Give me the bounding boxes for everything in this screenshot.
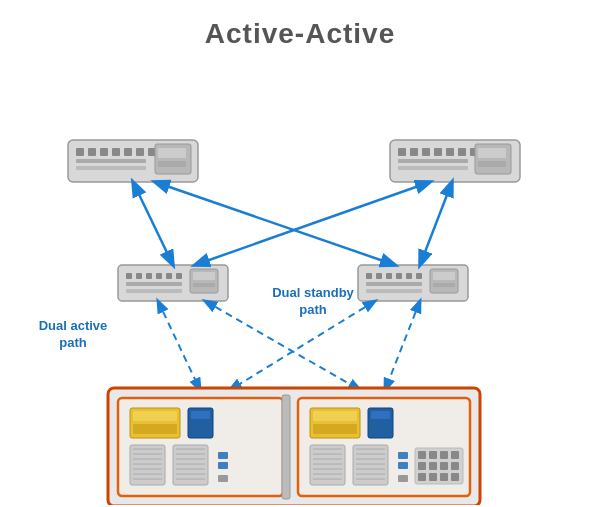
label-dual-standby: Dual standby path bbox=[268, 285, 358, 319]
svg-rect-25 bbox=[478, 161, 506, 167]
svg-rect-120 bbox=[451, 462, 459, 470]
svg-rect-89 bbox=[313, 411, 357, 421]
svg-line-56 bbox=[158, 301, 200, 390]
switch-top-left bbox=[68, 140, 198, 182]
label-dual-active: Dual active path bbox=[28, 318, 118, 352]
svg-rect-42 bbox=[376, 273, 382, 279]
switch-mid-left bbox=[118, 265, 228, 301]
svg-rect-15 bbox=[398, 148, 406, 156]
svg-rect-123 bbox=[440, 473, 448, 481]
svg-rect-83 bbox=[218, 452, 228, 459]
svg-rect-16 bbox=[410, 148, 418, 156]
svg-rect-51 bbox=[366, 289, 422, 293]
svg-rect-44 bbox=[396, 273, 402, 279]
svg-rect-115 bbox=[440, 451, 448, 459]
svg-rect-86 bbox=[282, 395, 290, 499]
svg-rect-36 bbox=[193, 272, 215, 280]
switch-top-right bbox=[390, 140, 520, 182]
svg-line-53 bbox=[155, 182, 395, 265]
svg-rect-18 bbox=[434, 148, 442, 156]
svg-rect-3 bbox=[100, 148, 108, 156]
svg-rect-92 bbox=[371, 411, 390, 419]
svg-rect-1 bbox=[76, 148, 84, 156]
svg-rect-118 bbox=[429, 462, 437, 470]
svg-line-59 bbox=[385, 301, 420, 390]
svg-rect-13 bbox=[76, 166, 146, 170]
svg-rect-90 bbox=[313, 424, 357, 434]
svg-rect-33 bbox=[166, 273, 172, 279]
diagram-area: Dual active path Dual standby path Activ… bbox=[0, 60, 600, 505]
svg-line-54 bbox=[195, 182, 430, 265]
svg-rect-45 bbox=[406, 273, 412, 279]
svg-rect-122 bbox=[429, 473, 437, 481]
svg-rect-17 bbox=[422, 148, 430, 156]
svg-rect-116 bbox=[451, 451, 459, 459]
svg-rect-38 bbox=[126, 282, 182, 286]
svg-rect-27 bbox=[398, 166, 468, 170]
svg-rect-113 bbox=[418, 451, 426, 459]
svg-rect-11 bbox=[158, 161, 186, 167]
svg-rect-31 bbox=[146, 273, 152, 279]
svg-rect-24 bbox=[478, 148, 506, 158]
svg-rect-29 bbox=[126, 273, 132, 279]
svg-rect-114 bbox=[429, 451, 437, 459]
svg-rect-6 bbox=[136, 148, 144, 156]
svg-rect-64 bbox=[133, 424, 177, 434]
svg-rect-2 bbox=[88, 148, 96, 156]
svg-line-55 bbox=[420, 182, 452, 265]
svg-rect-12 bbox=[76, 159, 146, 163]
switch-mid-right bbox=[358, 265, 468, 301]
svg-rect-49 bbox=[433, 283, 455, 287]
svg-rect-20 bbox=[458, 148, 466, 156]
svg-rect-50 bbox=[366, 282, 422, 286]
svg-rect-124 bbox=[451, 473, 459, 481]
svg-rect-10 bbox=[158, 148, 186, 158]
svg-rect-32 bbox=[156, 273, 162, 279]
svg-rect-48 bbox=[433, 272, 455, 280]
svg-rect-66 bbox=[191, 411, 210, 419]
svg-rect-109 bbox=[398, 452, 408, 459]
svg-rect-34 bbox=[176, 273, 182, 279]
svg-rect-84 bbox=[218, 462, 228, 469]
svg-rect-121 bbox=[418, 473, 426, 481]
svg-rect-111 bbox=[398, 475, 408, 482]
svg-rect-110 bbox=[398, 462, 408, 469]
svg-rect-26 bbox=[398, 159, 468, 163]
svg-rect-41 bbox=[366, 273, 372, 279]
main-title: Active-Active bbox=[0, 0, 600, 50]
svg-rect-30 bbox=[136, 273, 142, 279]
svg-rect-43 bbox=[386, 273, 392, 279]
diagram-svg bbox=[0, 60, 600, 505]
svg-rect-46 bbox=[416, 273, 422, 279]
svg-line-52 bbox=[133, 182, 173, 265]
svg-rect-63 bbox=[133, 411, 177, 421]
svg-rect-85 bbox=[218, 475, 228, 482]
svg-rect-39 bbox=[126, 289, 182, 293]
svg-rect-119 bbox=[440, 462, 448, 470]
svg-rect-19 bbox=[446, 148, 454, 156]
svg-rect-5 bbox=[124, 148, 132, 156]
svg-rect-117 bbox=[418, 462, 426, 470]
svg-rect-37 bbox=[193, 283, 215, 287]
svg-rect-4 bbox=[112, 148, 120, 156]
